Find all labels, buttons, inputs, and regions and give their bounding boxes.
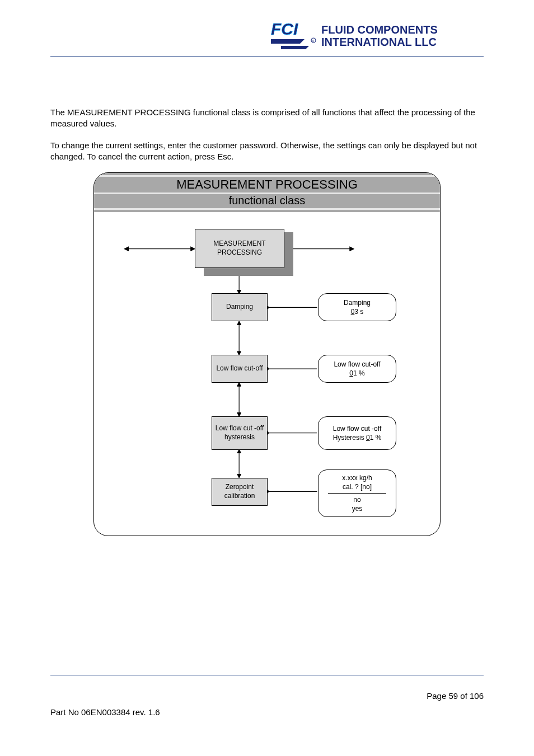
node-zeropoint: Zeropoint calibration <box>212 478 268 506</box>
node-damping: Damping <box>212 293 268 321</box>
value-zeropoint: x.xxx kg/h cal. ? [no] no yes <box>318 469 396 517</box>
value-zeropoint-opt2: yes <box>352 504 363 513</box>
svg-text:R: R <box>312 39 315 43</box>
value-lowflow: Low flow cut-off 01 % <box>318 355 396 383</box>
value-damping: Damping 03 s <box>318 293 396 321</box>
intro-paragraph-1: The MEASUREMENT PROCESSING functional cl… <box>50 107 484 130</box>
value-zeropoint-line1: x.xxx kg/h <box>342 473 372 482</box>
value-zeropoint-opt1: no <box>353 495 360 504</box>
footer-part-number: Part No 06EN003384 rev. 1.6 <box>50 707 484 717</box>
value-zeropoint-line2: cal. ? [no] <box>343 482 372 491</box>
intro-paragraph-2: To change the current settings, enter th… <box>50 140 484 163</box>
page-footer: Page 59 of 106 Part No 06EN003384 rev. 1… <box>50 675 484 717</box>
node-zeropoint-line2: calibration <box>224 492 255 501</box>
logo-sub-text: INTERNATIONAL LLC <box>321 36 437 48</box>
value-lowflowhyst: Low flow cut -off Hysteresis 01 % <box>318 416 396 450</box>
company-logo: FCI R FLUID COMPONENTS INTERNATIONAL LLC <box>271 22 484 51</box>
logo-main-text: FLUID COMPONENTS <box>321 24 438 36</box>
diagram-title-bars: MEASUREMENT PROCESSING functional class <box>94 173 440 212</box>
node-lowflowhyst-line2: hysteresis <box>216 433 264 442</box>
value-lowflow-value: 01 % <box>349 369 364 378</box>
value-damping-label: Damping <box>344 298 371 307</box>
value-damping-value: 03 s <box>351 307 364 316</box>
diagram-subtitle: functional class <box>94 194 440 208</box>
node-lowflowhyst: Low flow cut -off hysteresis <box>212 416 268 450</box>
value-lowflowhyst-value: Hysteresis 01 % <box>333 433 382 442</box>
node-lowflow: Low flow cut-off <box>212 355 268 383</box>
page-header: FCI R FLUID COMPONENTS INTERNATIONAL LLC <box>50 22 484 57</box>
value-lowflowhyst-label: Low flow cut -off <box>333 424 381 433</box>
node-root-line2: PROCESSING <box>213 248 265 257</box>
value-zeropoint-divider <box>328 493 386 494</box>
value-lowflow-label: Low flow cut-off <box>334 360 380 369</box>
node-zeropoint-line1: Zeropoint <box>224 483 255 492</box>
diagram-title: MEASUREMENT PROCESSING <box>94 177 440 192</box>
node-root: MEASUREMENT PROCESSING <box>195 229 284 268</box>
footer-page-number: Page 59 of 106 <box>50 691 484 701</box>
node-root-line1: MEASUREMENT <box>213 240 265 248</box>
diagram-measurement-processing: MEASUREMENT PROCESSING functional class <box>93 172 441 536</box>
node-lowflowhyst-line1: Low flow cut -off <box>216 424 264 433</box>
svg-text:FCI: FCI <box>271 22 298 38</box>
